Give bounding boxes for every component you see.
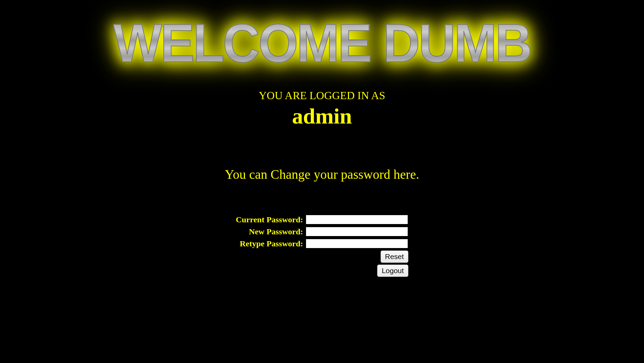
welcome-banner: WELCOME DUMB: [27, 17, 617, 69]
banner-title: WELCOME DUMB: [113, 16, 531, 70]
main-content: YOU ARE LOGGED IN AS admin You can Chang…: [27, 89, 617, 279]
current-password-label: Current Password:: [236, 214, 305, 225]
page-container: WELCOME DUMB YOU ARE LOGGED IN AS admin …: [0, 0, 644, 296]
new-password-row: New Password:: [236, 226, 408, 237]
reset-button[interactable]: Reset: [381, 250, 408, 263]
username-display: admin: [27, 104, 617, 129]
current-password-row: Current Password:: [236, 214, 408, 225]
current-password-input[interactable]: [305, 214, 408, 225]
new-password-input[interactable]: [305, 226, 408, 237]
password-form: Current Password: New Password: Retype P…: [236, 213, 408, 279]
change-password-heading: You can Change your password here.: [27, 167, 617, 182]
retype-password-input[interactable]: [305, 238, 408, 249]
retype-password-label: Retype Password:: [236, 238, 305, 249]
logged-in-label: YOU ARE LOGGED IN AS: [27, 89, 617, 102]
logout-button-row: Logout: [236, 265, 408, 277]
retype-password-row: Retype Password:: [236, 238, 408, 249]
new-password-label: New Password:: [236, 226, 305, 237]
reset-button-row: Reset: [236, 250, 408, 263]
logout-button[interactable]: Logout: [377, 265, 408, 277]
password-form-wrapper: Current Password: New Password: Retype P…: [27, 213, 617, 279]
